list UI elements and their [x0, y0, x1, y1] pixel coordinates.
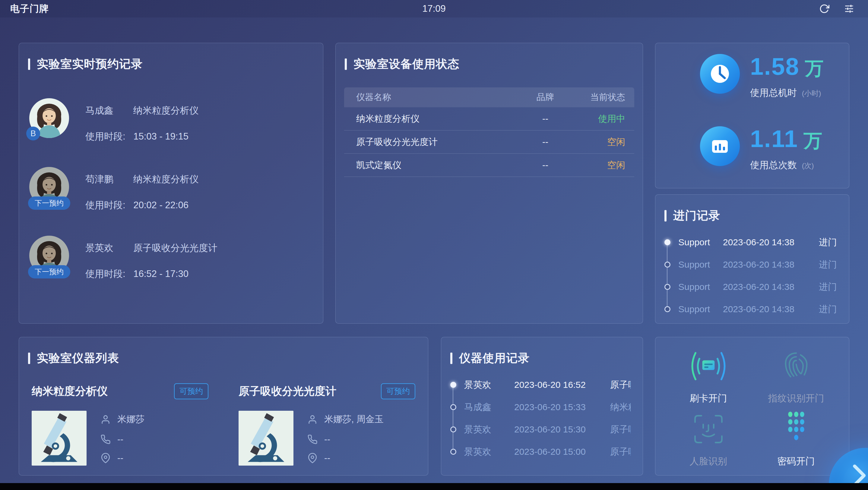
- stat-unit: 万: [803, 131, 822, 150]
- status-value: 空闲: [568, 136, 634, 148]
- period-label: 使用时段:: [85, 200, 125, 210]
- manager-line: 米娜莎: [100, 413, 145, 426]
- person-icon: [100, 414, 111, 425]
- period-label: 使用时段:: [85, 268, 125, 279]
- entry-record-row: Support 2023-06-20 14:38 进门: [664, 276, 837, 298]
- timeline-dot-icon: [664, 262, 671, 268]
- instrument-name: 凯式定氮仪: [344, 159, 523, 171]
- clock-time: 17:09: [422, 3, 446, 14]
- app-title: 电子门牌: [10, 2, 49, 15]
- instrument-brand: --: [523, 137, 568, 147]
- refresh-icon[interactable]: [819, 4, 829, 14]
- person-icon: [307, 414, 318, 425]
- keypad-icon: [780, 409, 812, 449]
- instrument-card: 纳米粒度分析仪 可预约: [32, 383, 221, 466]
- reserver-name: 苟津鹏: [85, 173, 131, 186]
- bookable-badge[interactable]: 可预约: [381, 383, 415, 399]
- topbar: 电子门牌 17:09: [0, 0, 868, 18]
- used-instrument: 原子吸...: [610, 423, 631, 436]
- usage-time: 2023-06-20 15:30: [514, 424, 610, 434]
- panel-usage-stats: 1.58 万 使用总机时 (小时) 1.11: [655, 43, 849, 188]
- reservation-badge: 下一预约: [28, 265, 70, 279]
- door-method-card-swipe[interactable]: 刷卡开门: [664, 343, 752, 406]
- topbar-actions: [819, 4, 858, 14]
- stat-unit: 万: [805, 59, 824, 78]
- title-accent-bar: [450, 353, 453, 364]
- used-instrument: 原子吸...: [610, 446, 631, 458]
- reservation-info: 景英欢 原子吸收分光光度计 使用时段: 16:52 - 17:30: [85, 236, 217, 280]
- column-header-name: 仪器名称: [344, 91, 523, 103]
- bookable-badge[interactable]: 可预约: [174, 383, 208, 399]
- entry-record-list: Support 2023-06-20 14:38 进门 Support 2023…: [655, 231, 849, 320]
- instrument-brand: --: [523, 160, 568, 170]
- door-method-face-recognition[interactable]: 人脸识别: [664, 406, 752, 469]
- door-method-label: 指纹识别开门: [768, 392, 824, 405]
- microscope-icon: [32, 411, 87, 466]
- stat-value: 1.11: [750, 127, 798, 151]
- reservation-item: 下一预约 景英欢 原子吸收分光光度计 使用时段: 16:52 - 17:30: [29, 236, 323, 280]
- microscope-image: [239, 411, 293, 466]
- stat-value: 1.58: [750, 55, 800, 79]
- panel-title-text: 进门记录: [673, 208, 720, 223]
- card-swipe-icon: [686, 348, 731, 384]
- panel-title-text: 实验室设备使用状态: [353, 56, 459, 72]
- manager-name: 米娜莎, 周金玉: [324, 413, 384, 426]
- panel-title: 实验室仪器列表: [19, 337, 428, 366]
- reserver-name: 景英欢: [85, 242, 131, 254]
- panel-door-methods: 刷卡开门 指纹识别开门: [655, 337, 849, 476]
- panel-realtime-reservations: 实验室实时预约记录: [19, 43, 323, 324]
- location-pin-icon: [100, 453, 111, 463]
- reserved-instrument: 纳米粒度分析仪: [133, 105, 199, 116]
- timeline-dot-icon: [664, 239, 671, 245]
- settings-sliders-icon[interactable]: [844, 4, 854, 14]
- face-id-icon: [691, 412, 726, 447]
- instrument-brand: --: [523, 113, 568, 124]
- status-value: 使用中: [568, 113, 634, 125]
- entry-time: 2023-06-20 14:38: [723, 237, 819, 248]
- usage-record-row: 景英欢 2023-06-20 16:52 原子吸...: [450, 374, 631, 396]
- period-value: 15:03 - 19:15: [133, 131, 188, 142]
- timeline-dot-icon: [664, 284, 671, 290]
- instrument-name: 纳米粒度分析仪: [344, 113, 523, 125]
- phone-value: --: [117, 434, 123, 445]
- entry-person: Support: [678, 282, 723, 292]
- title-accent-bar: [345, 59, 347, 70]
- electronic-doorplate-screen: 电子门牌 17:09 实验室实时预约记录: [0, 0, 868, 490]
- panel-title: 进门记录: [655, 195, 849, 223]
- avatar: B: [29, 98, 69, 138]
- reservation-info: 马成鑫 纳米粒度分析仪 使用时段: 15:03 - 19:15: [85, 98, 199, 143]
- reservation-info: 苟津鹏 纳米粒度分析仪 使用时段: 20:02 - 22:06: [85, 167, 199, 211]
- panel-title-text: 实验室仪器列表: [37, 351, 119, 366]
- entry-person: Support: [678, 237, 723, 248]
- panel-equipment-status: 实验室设备使用状态 仪器名称 品牌 当前状态 纳米粒度分析仪 -- 使用中 原子…: [335, 43, 643, 324]
- panel-title: 实验室实时预约记录: [19, 43, 323, 72]
- manager-name: 米娜莎: [117, 413, 145, 426]
- door-method-label: 密码开门: [777, 455, 815, 468]
- entry-person: Support: [678, 259, 723, 270]
- door-method-fingerprint[interactable]: 指纹识别开门: [752, 343, 840, 406]
- usage-record-list: 景英欢 2023-06-20 16:52 原子吸... 马成鑫 2023-06-…: [441, 374, 643, 463]
- door-method-label: 人脸识别: [690, 455, 727, 468]
- entry-action: 进门: [819, 303, 837, 316]
- entry-time: 2023-06-20 14:38: [723, 304, 819, 314]
- microscope-icon: [239, 411, 293, 466]
- reserved-instrument: 原子吸收分光光度计: [133, 242, 217, 253]
- microscope-image: [32, 411, 87, 466]
- timeline-dot-icon: [450, 382, 456, 388]
- column-header-brand: 品牌: [523, 91, 568, 103]
- status-value: 空闲: [568, 159, 634, 171]
- panel-entry-records: 进门记录 Support 2023-06-20 14:38 进门 Support…: [655, 194, 849, 324]
- user-name: 景英欢: [464, 379, 514, 391]
- stat-label: 使用总次数: [750, 160, 797, 170]
- reservation-item: B 马成鑫 纳米粒度分析仪 使用时段: 15:03 - 19:15: [29, 98, 323, 143]
- instrument-cards: 纳米粒度分析仪 可预约: [32, 383, 428, 466]
- panel-title-text: 实验室实时预约记录: [37, 56, 143, 72]
- door-method-label: 刷卡开门: [690, 392, 727, 405]
- instrument-name: 原子吸收分光光度计: [239, 384, 336, 399]
- door-method-password[interactable]: 密码开门: [752, 406, 840, 469]
- avatar: 下一预约: [29, 167, 69, 207]
- timeline-dot-icon: [450, 426, 456, 432]
- timeline-dot-icon: [450, 404, 456, 410]
- usage-time: 2023-06-20 15:33: [514, 402, 610, 412]
- entry-person: Support: [678, 304, 723, 314]
